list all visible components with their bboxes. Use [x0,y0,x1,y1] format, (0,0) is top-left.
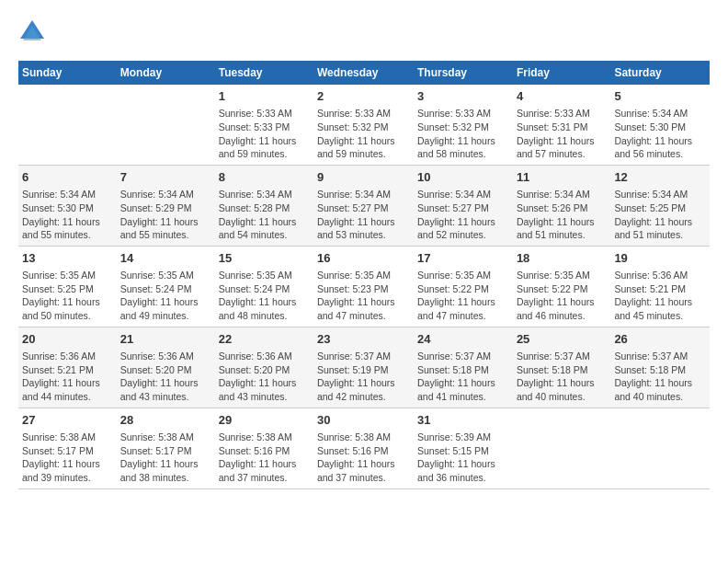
day-number: 26 [614,331,706,348]
day-cell: 13Sunrise: 5:35 AM Sunset: 5:25 PM Dayli… [18,246,117,327]
day-cell: 26Sunrise: 5:37 AM Sunset: 5:18 PM Dayli… [610,327,710,408]
header-row: SundayMondayTuesdayWednesdayThursdayFrid… [18,61,710,85]
day-cell: 19Sunrise: 5:36 AM Sunset: 5:21 PM Dayli… [610,246,710,327]
day-info: Sunrise: 5:34 AM Sunset: 5:27 PM Dayligh… [317,189,395,240]
day-number: 9 [317,169,410,186]
day-info: Sunrise: 5:39 AM Sunset: 5:15 PM Dayligh… [417,431,495,483]
day-number: 1 [219,88,310,105]
day-info: Sunrise: 5:34 AM Sunset: 5:29 PM Dayligh… [120,189,199,240]
day-number: 7 [120,169,211,186]
header-cell-sunday: Sunday [18,61,117,85]
day-number: 28 [120,412,211,429]
day-info: Sunrise: 5:38 AM Sunset: 5:16 PM Dayligh… [317,431,395,483]
day-info: Sunrise: 5:35 AM Sunset: 5:22 PM Dayligh… [517,270,595,321]
logo [18,18,50,46]
day-cell [610,408,710,488]
day-cell: 25Sunrise: 5:37 AM Sunset: 5:18 PM Dayli… [513,327,611,408]
day-info: Sunrise: 5:33 AM Sunset: 5:33 PM Dayligh… [219,108,297,159]
day-number: 30 [317,412,410,429]
day-info: Sunrise: 5:34 AM Sunset: 5:30 PM Dayligh… [614,108,692,159]
day-number: 2 [317,88,410,105]
day-number: 27 [22,412,113,429]
day-number: 25 [517,331,608,348]
day-number: 15 [219,250,310,267]
day-cell: 7Sunrise: 5:34 AM Sunset: 5:29 PM Daylig… [117,165,215,246]
day-cell: 31Sunrise: 5:39 AM Sunset: 5:15 PM Dayli… [414,408,513,488]
week-row: 27Sunrise: 5:38 AM Sunset: 5:17 PM Dayli… [18,408,710,488]
day-number: 21 [120,331,211,348]
day-cell: 20Sunrise: 5:36 AM Sunset: 5:21 PM Dayli… [18,327,117,408]
day-cell: 2Sunrise: 5:33 AM Sunset: 5:32 PM Daylig… [313,85,414,165]
header-cell-tuesday: Tuesday [215,61,313,85]
day-cell: 5Sunrise: 5:34 AM Sunset: 5:30 PM Daylig… [610,85,710,165]
day-info: Sunrise: 5:36 AM Sunset: 5:20 PM Dayligh… [219,350,297,402]
day-number: 31 [417,412,509,429]
day-info: Sunrise: 5:38 AM Sunset: 5:17 PM Dayligh… [22,431,100,483]
day-number: 11 [517,169,608,186]
week-row: 6Sunrise: 5:34 AM Sunset: 5:30 PM Daylig… [18,165,710,246]
day-info: Sunrise: 5:37 AM Sunset: 5:18 PM Dayligh… [417,350,495,402]
day-info: Sunrise: 5:34 AM Sunset: 5:27 PM Dayligh… [417,189,495,240]
header-cell-wednesday: Wednesday [313,61,414,85]
day-number: 14 [120,250,211,267]
day-cell: 29Sunrise: 5:38 AM Sunset: 5:16 PM Dayli… [215,408,313,488]
day-cell: 12Sunrise: 5:34 AM Sunset: 5:25 PM Dayli… [610,165,710,246]
day-info: Sunrise: 5:37 AM Sunset: 5:18 PM Dayligh… [517,350,595,402]
day-info: Sunrise: 5:36 AM Sunset: 5:20 PM Dayligh… [120,350,199,402]
day-number: 22 [219,331,310,348]
day-number: 13 [22,250,113,267]
week-row: 1Sunrise: 5:33 AM Sunset: 5:33 PM Daylig… [18,85,710,165]
day-number: 12 [614,169,706,186]
day-cell: 28Sunrise: 5:38 AM Sunset: 5:17 PM Dayli… [117,408,215,488]
day-number: 5 [614,88,706,105]
day-cell: 21Sunrise: 5:36 AM Sunset: 5:20 PM Dayli… [117,327,215,408]
day-cell: 27Sunrise: 5:38 AM Sunset: 5:17 PM Dayli… [18,408,117,488]
day-number: 4 [517,88,608,105]
day-info: Sunrise: 5:33 AM Sunset: 5:31 PM Dayligh… [517,108,595,159]
day-info: Sunrise: 5:36 AM Sunset: 5:21 PM Dayligh… [22,350,100,402]
day-cell [117,85,215,165]
logo-icon [18,18,46,46]
day-info: Sunrise: 5:35 AM Sunset: 5:24 PM Dayligh… [219,270,297,321]
day-number: 3 [417,88,509,105]
day-number: 17 [417,250,509,267]
day-info: Sunrise: 5:33 AM Sunset: 5:32 PM Dayligh… [317,108,395,159]
day-number: 6 [22,169,113,186]
day-info: Sunrise: 5:33 AM Sunset: 5:32 PM Dayligh… [417,108,495,159]
day-info: Sunrise: 5:37 AM Sunset: 5:19 PM Dayligh… [317,350,395,402]
day-info: Sunrise: 5:34 AM Sunset: 5:25 PM Dayligh… [614,189,692,240]
day-number: 18 [517,250,608,267]
day-info: Sunrise: 5:37 AM Sunset: 5:18 PM Dayligh… [614,350,692,402]
day-cell: 1Sunrise: 5:33 AM Sunset: 5:33 PM Daylig… [215,85,313,165]
header-cell-thursday: Thursday [414,61,513,85]
header-cell-friday: Friday [513,61,611,85]
day-cell: 17Sunrise: 5:35 AM Sunset: 5:22 PM Dayli… [414,246,513,327]
day-info: Sunrise: 5:36 AM Sunset: 5:21 PM Dayligh… [614,270,692,321]
day-number: 10 [417,169,509,186]
header-cell-saturday: Saturday [610,61,710,85]
day-info: Sunrise: 5:38 AM Sunset: 5:17 PM Dayligh… [120,431,199,483]
day-number: 20 [22,331,113,348]
day-info: Sunrise: 5:34 AM Sunset: 5:28 PM Dayligh… [219,189,297,240]
day-cell: 15Sunrise: 5:35 AM Sunset: 5:24 PM Dayli… [215,246,313,327]
day-cell: 23Sunrise: 5:37 AM Sunset: 5:19 PM Dayli… [313,327,414,408]
week-row: 13Sunrise: 5:35 AM Sunset: 5:25 PM Dayli… [18,246,710,327]
day-info: Sunrise: 5:35 AM Sunset: 5:24 PM Dayligh… [120,270,199,321]
day-info: Sunrise: 5:34 AM Sunset: 5:26 PM Dayligh… [517,189,595,240]
day-number: 29 [219,412,310,429]
day-number: 19 [614,250,706,267]
day-cell: 22Sunrise: 5:36 AM Sunset: 5:20 PM Dayli… [215,327,313,408]
day-number: 8 [219,169,310,186]
day-info: Sunrise: 5:38 AM Sunset: 5:16 PM Dayligh… [219,431,297,483]
day-cell: 14Sunrise: 5:35 AM Sunset: 5:24 PM Dayli… [117,246,215,327]
page-header [18,18,710,46]
day-cell: 9Sunrise: 5:34 AM Sunset: 5:27 PM Daylig… [313,165,414,246]
day-cell: 3Sunrise: 5:33 AM Sunset: 5:32 PM Daylig… [414,85,513,165]
day-cell: 6Sunrise: 5:34 AM Sunset: 5:30 PM Daylig… [18,165,117,246]
day-number: 24 [417,331,509,348]
day-info: Sunrise: 5:35 AM Sunset: 5:25 PM Dayligh… [22,270,100,321]
calendar-table: SundayMondayTuesdayWednesdayThursdayFrid… [18,61,710,489]
day-cell: 30Sunrise: 5:38 AM Sunset: 5:16 PM Dayli… [313,408,414,488]
day-cell: 11Sunrise: 5:34 AM Sunset: 5:26 PM Dayli… [513,165,611,246]
day-cell: 4Sunrise: 5:33 AM Sunset: 5:31 PM Daylig… [513,85,611,165]
